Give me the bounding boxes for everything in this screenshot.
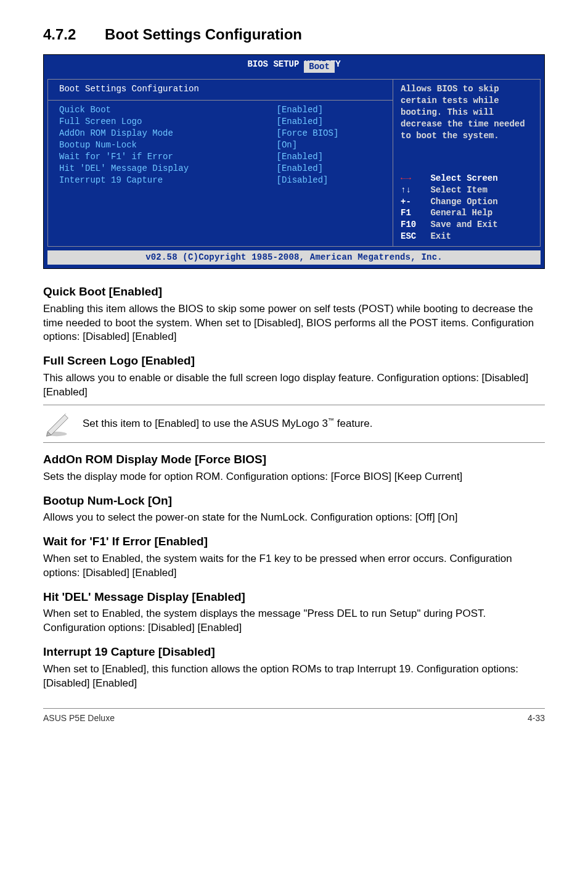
bios-row: Bootup Num-Lock[On] <box>59 139 382 151</box>
body-full-screen-logo: This allows you to enable or disable the… <box>43 371 545 400</box>
body-int19: When set to [Enabled], this function all… <box>43 662 545 691</box>
heading-quick-boot: Quick Boot [Enabled] <box>43 284 545 300</box>
note-box: Set this item to [Enabled] to use the AS… <box>43 405 545 443</box>
heading-wait-f1: Wait for 'F1' If Error [Enabled] <box>43 534 545 550</box>
bios-left-title: Boot Settings Configuration <box>59 83 382 95</box>
footer-right: 4-33 <box>528 712 545 724</box>
bios-settings-table: Quick Boot[Enabled] Full Screen Logo[Ena… <box>59 104 382 186</box>
body-addon: Sets the display mode for option ROM. Co… <box>43 470 545 484</box>
bios-row: Interrupt 19 Capture[Disabled] <box>59 175 382 186</box>
bios-row: AddOn ROM Display Mode[Force BIOS] <box>59 128 382 139</box>
bios-tab-boot: Boot <box>304 61 335 73</box>
heading-hit-del: Hit 'DEL' Message Display [Enabled] <box>43 589 545 605</box>
bios-row: Quick Boot[Enabled] <box>59 104 382 116</box>
bios-header: BIOS SETUP UTILITY Boot <box>44 55 544 70</box>
heading-numlock: Bootup Num-Lock [On] <box>43 493 545 509</box>
body-quick-boot: Enabling this item allows the BIOS to sk… <box>43 302 545 345</box>
pencil-icon <box>43 410 70 437</box>
bios-row: Hit 'DEL' Message Display[Enabled] <box>59 163 382 175</box>
heading-int19: Interrupt 19 Capture [Disabled] <box>43 644 545 660</box>
heading-full-screen-logo: Full Screen Logo [Enabled] <box>43 353 545 369</box>
section-heading: 4.7.2 Boot Settings Configuration <box>43 25 545 44</box>
bios-left-panel: Boot Settings Configuration Quick Boot[E… <box>47 79 393 247</box>
body-wait-f1: When set to Enabled, the system waits fo… <box>43 552 545 580</box>
bios-row: Full Screen Logo[Enabled] <box>59 116 382 128</box>
heading-addon: AddOn ROM Display Mode [Force BIOS] <box>43 452 545 468</box>
section-number: 4.7.2 <box>43 25 76 44</box>
page-footer: ASUS P5E Deluxe 4-33 <box>43 708 545 724</box>
bios-key-legend: ←→ Select Screen ↑↓ Select Item +- Chang… <box>401 173 533 242</box>
note-text: Set this item to [Enabled] to use the AS… <box>83 416 545 431</box>
bios-row: Wait for 'F1' if Error[Enabled] <box>59 151 382 163</box>
bios-footer: v02.58 (C)Copyright 1985-2008, American … <box>47 250 541 265</box>
bios-help-text: Allows BIOS to skip certain tests while … <box>401 83 533 141</box>
footer-left: ASUS P5E Deluxe <box>43 712 115 724</box>
section-title-text: Boot Settings Configuration <box>105 26 302 43</box>
bios-screenshot: BIOS SETUP UTILITY Boot Boot Settings Co… <box>43 54 545 269</box>
bios-right-panel: Allows BIOS to skip certain tests while … <box>393 79 541 247</box>
trademark-symbol: ™ <box>328 417 334 424</box>
body-numlock: Allows you to select the power-on state … <box>43 511 545 525</box>
body-hit-del: When set to Enabled, the system displays… <box>43 607 545 635</box>
